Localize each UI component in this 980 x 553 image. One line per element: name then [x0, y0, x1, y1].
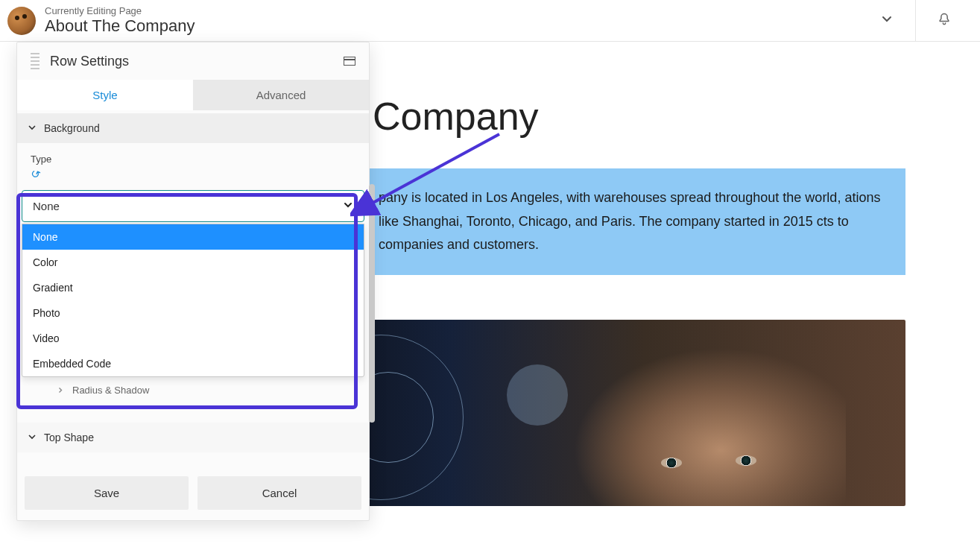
window-icon[interactable] [344, 57, 355, 66]
chevron-down-icon [343, 200, 353, 212]
option-none[interactable]: None [22, 224, 364, 250]
editing-label: Currently Editing Page [45, 5, 195, 16]
background-type-select[interactable]: None [22, 190, 364, 222]
top-bar: Currently Editing Page About The Company [0, 0, 980, 42]
reset-icon[interactable]: ↻ [28, 166, 42, 183]
option-video[interactable]: Video [22, 326, 364, 351]
background-type-dropdown: None Color Gradient Photo Video Embedded… [22, 224, 364, 377]
panel-header[interactable]: Row Settings [17, 42, 369, 80]
page-heading: Company [373, 94, 935, 139]
panel-tabs: Style Advanced [17, 80, 369, 110]
page-selector[interactable]: Currently Editing Page About The Company [45, 5, 195, 36]
option-color[interactable]: Color [22, 250, 364, 275]
cancel-button[interactable]: Cancel [197, 476, 361, 510]
highlighted-text-block[interactable]: pany is located in Los Angeles, with war… [358, 168, 905, 275]
subsection-label: Radius & Shadow [72, 385, 149, 396]
tab-advanced[interactable]: Advanced [193, 80, 369, 110]
option-photo[interactable]: Photo [22, 300, 364, 326]
panel-scrollbar[interactable] [369, 184, 375, 423]
panel-title: Row Settings [50, 54, 344, 69]
chevron-down-icon [28, 122, 37, 134]
tab-style[interactable]: Style [17, 80, 193, 110]
select-value: None [33, 200, 60, 212]
option-embedded-code[interactable]: Embedded Code [22, 351, 364, 376]
editing-page-title: About The Company [45, 16, 195, 36]
page-dropdown-chevron-icon[interactable] [859, 13, 915, 28]
subsection-radius-shadow[interactable]: Radius & Shadow [17, 377, 369, 403]
chevron-right-icon [56, 387, 67, 394]
notifications-icon[interactable] [916, 12, 973, 30]
drag-handle-icon[interactable] [31, 53, 39, 69]
field-label: Type [31, 154, 355, 165]
panel-buttons: Save Cancel [17, 466, 369, 520]
app-logo-icon [7, 7, 36, 35]
section-label: Top Shape [44, 432, 94, 443]
save-button[interactable]: Save [25, 476, 189, 510]
section-top-shape[interactable]: Top Shape [17, 423, 369, 452]
section-label: Background [44, 122, 100, 134]
background-type-field: Type ↻ [17, 143, 369, 190]
chevron-down-icon [28, 432, 37, 443]
section-background[interactable]: Background [17, 113, 369, 143]
option-gradient[interactable]: Gradient [22, 275, 364, 300]
row-settings-panel: Row Settings Style Advanced Background T… [16, 42, 370, 521]
